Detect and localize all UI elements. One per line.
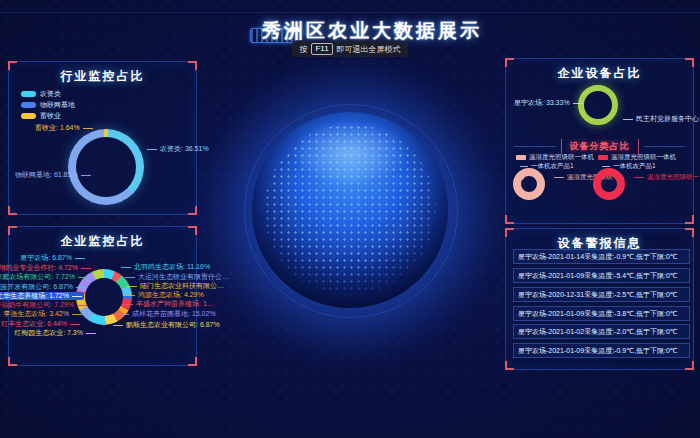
alarm-row: 星宇农场-2020-12-31采集温度:-2.5℃,低于下限:0℃ — [513, 287, 690, 302]
class-donut-right[interactable] — [593, 168, 625, 200]
corner-accent — [505, 215, 514, 224]
pie-label: 畜牧业: 1.64% — [35, 124, 93, 132]
device-class-subtitle: 设备分类占比 — [514, 139, 685, 154]
panel-title: 企业监控占比 — [9, 233, 196, 250]
legend-item[interactable]: 农资类 — [21, 88, 75, 99]
pie-label: 家庭农场有限公司: 7.72% — [0, 273, 88, 281]
top-divider — [0, 12, 700, 13]
device-donut-chart[interactable] — [578, 85, 618, 125]
legend-item[interactable]: 物联网基地 — [21, 99, 75, 110]
panel-device-ratio: 企业设备占比 星宇农场: 33.33% 民主村党群服务中心: 设备分类占比 温湿… — [505, 58, 694, 224]
donut-notch — [517, 171, 526, 180]
pie-label: 农资类: 36.51% — [147, 145, 209, 153]
corner-accent — [188, 357, 197, 366]
legend-label: 畜牧业 — [40, 111, 61, 121]
corner-accent — [685, 215, 694, 224]
corner-accent — [685, 361, 694, 370]
pie-label: 国开发有限公司: 6.87% — [0, 283, 86, 291]
pie-label: 鹏顺生态农业有限公司: 6.87% — [113, 321, 220, 329]
pie-label: 星宇农场: 6.87% — [20, 254, 85, 262]
dashboard-stage: 秀洲区农业大数据展示 按 F11 即可退出全屏模式 行业监控占比 农资类 物联网… — [0, 0, 700, 438]
subtitle-text: 设备分类占比 — [561, 139, 639, 154]
corner-accent — [8, 206, 17, 215]
divider-line — [644, 146, 686, 147]
globe-highlight — [291, 120, 409, 187]
hint-prefix: 按 — [299, 44, 307, 55]
pie-label: 成祥花卉苗圃基地: 15.02% — [119, 310, 216, 318]
pie-label: 陆门生态农业科技有限公… — [127, 282, 224, 290]
panel-device-alarms: 设备警报信息 星宇农场-2021-01-14采集温度:-0.9℃,低于下限:0℃… — [505, 228, 694, 370]
pie-label: 红丰生态农业: 6.44% — [1, 320, 80, 328]
pie-label: 科翔鸽业专业合作社: 4.72% — [0, 264, 91, 272]
pie-label: 物联网基地: 61.85% — [15, 171, 91, 179]
pie-label-highlighted: 上华生态养殖场: 1.72% — [0, 292, 84, 300]
alarm-row: 星宇农场-2021-01-09采集温度:-3.8℃,低于下限:0℃ — [513, 306, 690, 321]
legend-label: 温湿度光照级联一体机 — [611, 153, 676, 162]
legend-label: 农资类 — [40, 89, 61, 99]
corner-accent — [8, 357, 17, 366]
alarm-row: 星宇农场-2021-01-09采集温度:-5.4℃,低于下限:0℃ — [513, 268, 690, 283]
industry-donut-chart[interactable] — [68, 129, 144, 205]
divider-line — [514, 146, 556, 147]
legend-swatch[interactable] — [21, 91, 36, 97]
legend-label: 温湿度光照级联一体机 — [529, 153, 594, 162]
legend-swatch[interactable] — [598, 155, 608, 160]
legend-label: 一体机农产品1 — [613, 162, 656, 171]
pie-label: 温湿度光照级联一→ — [634, 173, 700, 181]
earth-globe — [252, 112, 448, 308]
mini-legend[interactable]: 温湿度光照级联一体机 — [516, 153, 594, 162]
alarm-row: 星宇农场-2021-01-02采集温度:-2.0℃,低于下限:0℃ — [513, 324, 690, 339]
pie-label: 星宇农场: 33.33% — [514, 99, 583, 107]
legend-swatch[interactable] — [21, 102, 36, 108]
panel-industry-ratio: 行业监控占比 农资类 物联网基地 畜牧业 畜牧业: 1.64% 农资类: 36.… — [8, 61, 197, 215]
alarm-row: 星宇农场-2021-01-09采集温度:-0.9℃,低于下限:0℃ — [513, 343, 690, 358]
pie-label: 李强生态农场: 3.42% — [3, 310, 82, 318]
pie-label: 鸿源生态农场: 4.29% — [125, 291, 204, 299]
pie-label: 大运河生态牧业有限责任公… — [125, 273, 229, 281]
panel-title: 企业设备占比 — [506, 65, 693, 82]
pie-label: 红梅园生态农业: 7.3% — [14, 329, 96, 337]
legend-dash — [602, 166, 610, 167]
panel-title: 行业监控占比 — [9, 68, 196, 85]
legend-swatch[interactable] — [21, 113, 36, 119]
pie-label: 丰盛水产种苗养殖场: 1… — [123, 300, 214, 308]
pie-label: 中福奶牛有限公司: 7.29% — [0, 301, 87, 309]
legend-label: 物联网基地 — [40, 100, 75, 110]
legend-item[interactable]: 畜牧业 — [21, 110, 75, 121]
pie-label: 北羽鸽生态农场: 11.16% — [121, 263, 210, 271]
class-donut-left[interactable] — [513, 168, 545, 200]
panel-enterprise-ratio: 企业监控占比 星宇农场: 6.87% 科翔鸽业专业合作社: 4.72% 家庭农场… — [8, 226, 197, 366]
donut-notch — [597, 171, 606, 180]
mini-legend[interactable]: 温湿度光照级联一体机 — [598, 153, 676, 162]
legend-dash — [520, 166, 528, 167]
legend-swatch[interactable] — [516, 155, 526, 160]
alarm-row: 星宇农场-2021-01-14采集温度:-0.9℃,低于下限:0℃ — [513, 249, 690, 264]
pie-label: 民主村党群服务中心: — [623, 115, 700, 123]
corner-accent — [188, 206, 197, 215]
corner-accent — [505, 361, 514, 370]
industry-legend: 农资类 物联网基地 畜牧业 — [21, 88, 75, 121]
